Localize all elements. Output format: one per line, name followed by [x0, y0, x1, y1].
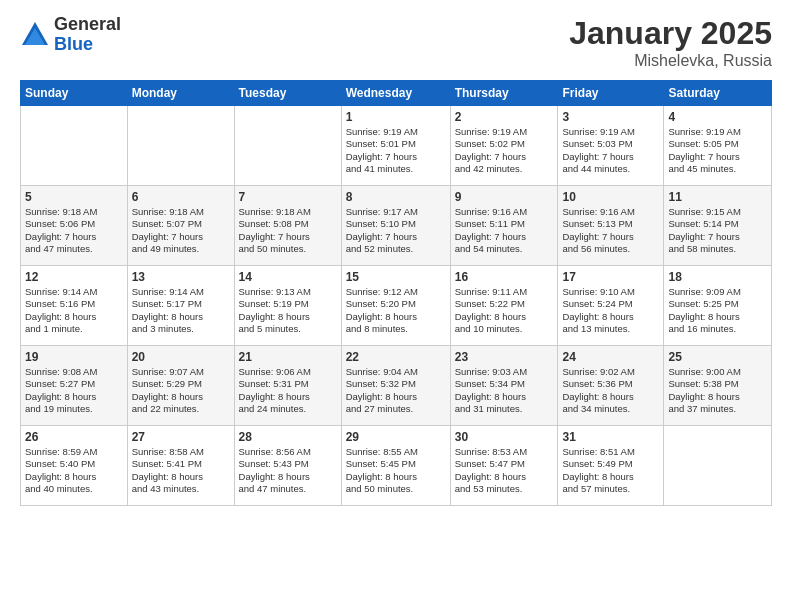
calendar-cell: 7Sunrise: 9:18 AM Sunset: 5:08 PM Daylig…: [234, 186, 341, 266]
day-info: Sunrise: 9:18 AM Sunset: 5:06 PM Dayligh…: [25, 206, 123, 255]
calendar-cell: 30Sunrise: 8:53 AM Sunset: 5:47 PM Dayli…: [450, 426, 558, 506]
calendar-cell: 31Sunrise: 8:51 AM Sunset: 5:49 PM Dayli…: [558, 426, 664, 506]
header: General Blue January 2025 Mishelevka, Ru…: [20, 15, 772, 70]
calendar-cell: 8Sunrise: 9:17 AM Sunset: 5:10 PM Daylig…: [341, 186, 450, 266]
day-number: 4: [668, 110, 767, 124]
calendar-cell: 19Sunrise: 9:08 AM Sunset: 5:27 PM Dayli…: [21, 346, 128, 426]
calendar-cell: 22Sunrise: 9:04 AM Sunset: 5:32 PM Dayli…: [341, 346, 450, 426]
logo-general: General: [54, 15, 121, 35]
day-number: 15: [346, 270, 446, 284]
location: Mishelevka, Russia: [569, 52, 772, 70]
calendar-cell: 9Sunrise: 9:16 AM Sunset: 5:11 PM Daylig…: [450, 186, 558, 266]
day-info: Sunrise: 9:18 AM Sunset: 5:08 PM Dayligh…: [239, 206, 337, 255]
calendar-cell: [21, 106, 128, 186]
day-number: 8: [346, 190, 446, 204]
day-number: 30: [455, 430, 554, 444]
calendar-cell: 28Sunrise: 8:56 AM Sunset: 5:43 PM Dayli…: [234, 426, 341, 506]
day-info: Sunrise: 9:16 AM Sunset: 5:11 PM Dayligh…: [455, 206, 554, 255]
calendar-cell: 18Sunrise: 9:09 AM Sunset: 5:25 PM Dayli…: [664, 266, 772, 346]
calendar-cell: 21Sunrise: 9:06 AM Sunset: 5:31 PM Dayli…: [234, 346, 341, 426]
day-number: 1: [346, 110, 446, 124]
calendar-cell: 25Sunrise: 9:00 AM Sunset: 5:38 PM Dayli…: [664, 346, 772, 426]
calendar-week-row: 1Sunrise: 9:19 AM Sunset: 5:01 PM Daylig…: [21, 106, 772, 186]
calendar-day-header: Saturday: [664, 81, 772, 106]
calendar-day-header: Monday: [127, 81, 234, 106]
day-info: Sunrise: 9:19 AM Sunset: 5:02 PM Dayligh…: [455, 126, 554, 175]
day-number: 21: [239, 350, 337, 364]
calendar-day-header: Tuesday: [234, 81, 341, 106]
calendar-cell: 16Sunrise: 9:11 AM Sunset: 5:22 PM Dayli…: [450, 266, 558, 346]
day-info: Sunrise: 8:59 AM Sunset: 5:40 PM Dayligh…: [25, 446, 123, 495]
calendar-cell: 13Sunrise: 9:14 AM Sunset: 5:17 PM Dayli…: [127, 266, 234, 346]
day-info: Sunrise: 9:07 AM Sunset: 5:29 PM Dayligh…: [132, 366, 230, 415]
day-number: 17: [562, 270, 659, 284]
day-info: Sunrise: 9:18 AM Sunset: 5:07 PM Dayligh…: [132, 206, 230, 255]
day-number: 12: [25, 270, 123, 284]
day-number: 3: [562, 110, 659, 124]
calendar-cell: 24Sunrise: 9:02 AM Sunset: 5:36 PM Dayli…: [558, 346, 664, 426]
day-number: 16: [455, 270, 554, 284]
calendar-cell: 26Sunrise: 8:59 AM Sunset: 5:40 PM Dayli…: [21, 426, 128, 506]
calendar-cell: 1Sunrise: 9:19 AM Sunset: 5:01 PM Daylig…: [341, 106, 450, 186]
day-number: 20: [132, 350, 230, 364]
calendar-cell: 5Sunrise: 9:18 AM Sunset: 5:06 PM Daylig…: [21, 186, 128, 266]
logo-icon: [20, 20, 50, 50]
day-info: Sunrise: 8:56 AM Sunset: 5:43 PM Dayligh…: [239, 446, 337, 495]
page: General Blue January 2025 Mishelevka, Ru…: [0, 0, 792, 612]
day-info: Sunrise: 8:55 AM Sunset: 5:45 PM Dayligh…: [346, 446, 446, 495]
day-number: 28: [239, 430, 337, 444]
day-number: 25: [668, 350, 767, 364]
day-number: 23: [455, 350, 554, 364]
day-number: 24: [562, 350, 659, 364]
day-number: 10: [562, 190, 659, 204]
day-info: Sunrise: 8:53 AM Sunset: 5:47 PM Dayligh…: [455, 446, 554, 495]
day-info: Sunrise: 8:51 AM Sunset: 5:49 PM Dayligh…: [562, 446, 659, 495]
calendar-cell: 17Sunrise: 9:10 AM Sunset: 5:24 PM Dayli…: [558, 266, 664, 346]
day-number: 27: [132, 430, 230, 444]
calendar-cell: 11Sunrise: 9:15 AM Sunset: 5:14 PM Dayli…: [664, 186, 772, 266]
calendar-day-header: Sunday: [21, 81, 128, 106]
calendar-header-row: SundayMondayTuesdayWednesdayThursdayFrid…: [21, 81, 772, 106]
calendar: SundayMondayTuesdayWednesdayThursdayFrid…: [20, 80, 772, 506]
day-info: Sunrise: 9:16 AM Sunset: 5:13 PM Dayligh…: [562, 206, 659, 255]
day-number: 19: [25, 350, 123, 364]
calendar-cell: 23Sunrise: 9:03 AM Sunset: 5:34 PM Dayli…: [450, 346, 558, 426]
day-number: 5: [25, 190, 123, 204]
day-number: 31: [562, 430, 659, 444]
calendar-cell: 12Sunrise: 9:14 AM Sunset: 5:16 PM Dayli…: [21, 266, 128, 346]
day-info: Sunrise: 9:10 AM Sunset: 5:24 PM Dayligh…: [562, 286, 659, 335]
day-info: Sunrise: 9:03 AM Sunset: 5:34 PM Dayligh…: [455, 366, 554, 415]
logo: General Blue: [20, 15, 121, 55]
day-info: Sunrise: 9:08 AM Sunset: 5:27 PM Dayligh…: [25, 366, 123, 415]
calendar-cell: 3Sunrise: 9:19 AM Sunset: 5:03 PM Daylig…: [558, 106, 664, 186]
day-info: Sunrise: 9:12 AM Sunset: 5:20 PM Dayligh…: [346, 286, 446, 335]
calendar-cell: 27Sunrise: 8:58 AM Sunset: 5:41 PM Dayli…: [127, 426, 234, 506]
day-number: 11: [668, 190, 767, 204]
logo-blue: Blue: [54, 35, 121, 55]
day-info: Sunrise: 9:19 AM Sunset: 5:01 PM Dayligh…: [346, 126, 446, 175]
calendar-cell: [664, 426, 772, 506]
title-block: January 2025 Mishelevka, Russia: [569, 15, 772, 70]
day-info: Sunrise: 9:19 AM Sunset: 5:05 PM Dayligh…: [668, 126, 767, 175]
day-number: 13: [132, 270, 230, 284]
calendar-week-row: 26Sunrise: 8:59 AM Sunset: 5:40 PM Dayli…: [21, 426, 772, 506]
day-info: Sunrise: 9:14 AM Sunset: 5:17 PM Dayligh…: [132, 286, 230, 335]
calendar-cell: 6Sunrise: 9:18 AM Sunset: 5:07 PM Daylig…: [127, 186, 234, 266]
day-number: 29: [346, 430, 446, 444]
day-info: Sunrise: 9:14 AM Sunset: 5:16 PM Dayligh…: [25, 286, 123, 335]
day-number: 7: [239, 190, 337, 204]
day-info: Sunrise: 9:15 AM Sunset: 5:14 PM Dayligh…: [668, 206, 767, 255]
calendar-cell: [234, 106, 341, 186]
day-info: Sunrise: 8:58 AM Sunset: 5:41 PM Dayligh…: [132, 446, 230, 495]
calendar-week-row: 12Sunrise: 9:14 AM Sunset: 5:16 PM Dayli…: [21, 266, 772, 346]
calendar-week-row: 5Sunrise: 9:18 AM Sunset: 5:06 PM Daylig…: [21, 186, 772, 266]
day-info: Sunrise: 9:19 AM Sunset: 5:03 PM Dayligh…: [562, 126, 659, 175]
calendar-cell: 15Sunrise: 9:12 AM Sunset: 5:20 PM Dayli…: [341, 266, 450, 346]
calendar-cell: 2Sunrise: 9:19 AM Sunset: 5:02 PM Daylig…: [450, 106, 558, 186]
day-number: 6: [132, 190, 230, 204]
month-title: January 2025: [569, 15, 772, 52]
day-info: Sunrise: 9:04 AM Sunset: 5:32 PM Dayligh…: [346, 366, 446, 415]
day-number: 2: [455, 110, 554, 124]
calendar-cell: 4Sunrise: 9:19 AM Sunset: 5:05 PM Daylig…: [664, 106, 772, 186]
day-number: 14: [239, 270, 337, 284]
